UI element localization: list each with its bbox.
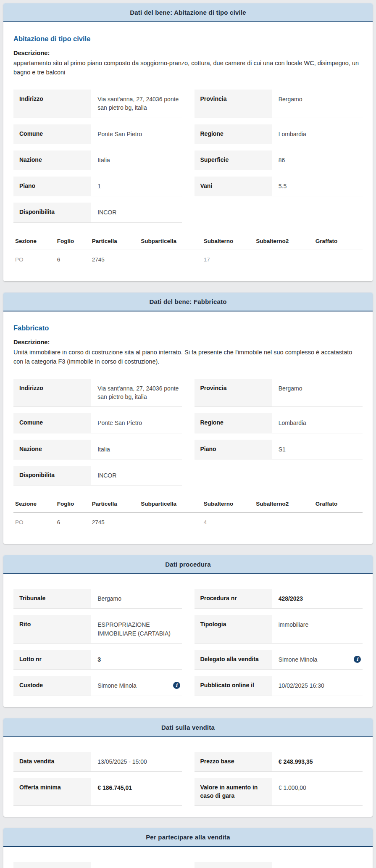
field-row: Valore in aumento in caso di gara€ 1.000… <box>195 778 363 806</box>
field-row: Piano1 <box>13 177 182 196</box>
section-card-vendita: Dati sulla vendita Data vendita13/05/202… <box>3 718 373 817</box>
table-cell <box>139 513 202 533</box>
field-row: CustodeSimone Minolai <box>13 676 182 696</box>
table-row: PO627454 <box>13 513 363 533</box>
fields-grid: IndirizzoVia sant'anna, 27, 24036 ponte … <box>13 372 363 485</box>
field-value: INCOR <box>91 466 181 485</box>
field-label: Comune <box>13 413 91 433</box>
field-value: Italia <box>91 150 181 170</box>
field-value: ESPROPRIAZIONE IMMOBILIARE (CARTABIA) <box>91 615 181 643</box>
field-label: Tipologia <box>195 615 272 643</box>
field-value: Bergamo <box>272 379 363 407</box>
section-card-bene-fabbricato: Dati del bene: Fabbricato Fabbricato Des… <box>3 293 373 544</box>
field-label: Vani <box>195 177 272 196</box>
table-header-cell: Subparticella <box>139 497 202 513</box>
table-cell: PO <box>13 513 55 533</box>
description-text: appartamento sito al primo piano compost… <box>13 58 363 77</box>
field-label: Disponibilita <box>13 203 91 222</box>
table-cell <box>314 513 363 533</box>
table-header-cell: Particella <box>90 497 139 513</box>
table-cell <box>314 250 363 270</box>
section-header: Dati sulla vendita <box>3 718 373 737</box>
section-header: Dati del bene: Abitazione di tipo civile <box>3 3 373 22</box>
table-cell: PO <box>13 250 55 270</box>
catasto-table: SezioneFoglioParticellaSubparticellaSuba… <box>13 235 363 270</box>
field-label: Rito <box>13 615 91 643</box>
field-label: Regione <box>195 124 272 144</box>
field-row: IndirizzoVia sant'anna, 27, 24036 ponte … <box>13 379 182 407</box>
field-label: Termine presentazione domanda <box>195 862 272 868</box>
field-value: Lombardia <box>272 124 363 144</box>
section-card-procedura: Dati procedura TribunaleBergamoProcedura… <box>3 555 373 707</box>
field-label: Nazione <box>13 440 91 459</box>
fields-grid: Tipo venditaSENZA INCANTOTermine present… <box>13 855 363 868</box>
field-label: Indirizzo <box>13 379 91 407</box>
field-label: Lotto nr <box>13 650 91 669</box>
fields-grid: Data vendita13/05/2025 - 15:00Prezzo bas… <box>13 746 363 806</box>
info-icon[interactable]: i <box>173 682 180 689</box>
field-value: INCOR <box>91 203 181 222</box>
table-header-cell: Subalterno2 <box>254 235 313 250</box>
field-value: Ponte San Pietro <box>91 124 181 144</box>
section-header: Dati procedura <box>3 555 373 574</box>
table-header-cell: Subalterno <box>202 235 255 250</box>
field-label: Superficie <box>195 150 272 170</box>
field-value: € 248.993,35 <box>272 752 363 771</box>
field-value: 13/05/2025 - 15:00 <box>91 752 181 771</box>
field-value: 10/02/2025 16:30 <box>272 676 363 695</box>
section-header: Dati del bene: Fabbricato <box>3 293 373 311</box>
section-card-partecipare: Per partecipare alla vendita Tipo vendit… <box>3 828 373 868</box>
field-label: Regione <box>195 413 272 433</box>
table-header-cell: Foglio <box>55 235 90 250</box>
field-value: 1 <box>91 177 181 196</box>
field-row: Termine presentazione domanda12/05/2025 … <box>195 862 363 868</box>
field-row: Procedura nr428/2023 <box>195 589 363 609</box>
field-row: Delegato alla venditaSimone Minolai <box>195 650 363 670</box>
table-header-cell: Graffato <box>314 497 363 513</box>
table-header-cell: Particella <box>90 235 139 250</box>
field-row: RegioneLombardia <box>195 413 363 433</box>
field-row: RitoESPROPRIAZIONE IMMOBILIARE (CARTABIA… <box>13 615 182 644</box>
field-value: 428/2023 <box>272 589 363 608</box>
field-row: PianoS1 <box>195 440 363 459</box>
field-value: SENZA INCANTO <box>91 862 181 868</box>
field-label: Pubblicato online il <box>195 676 272 695</box>
field-row: Vani5.5 <box>195 177 363 196</box>
field-label: Data vendita <box>13 752 91 771</box>
field-label: Disponibilita <box>13 466 91 485</box>
table-header-cell: Subparticella <box>139 235 202 250</box>
table-header-cell: Sezione <box>13 235 55 250</box>
field-label: Provincia <box>195 90 272 118</box>
table-header-cell: Graffato <box>314 235 363 250</box>
table-cell: 6 <box>55 250 90 270</box>
field-value: 12/05/2025 12:00 <box>272 862 363 868</box>
field-label: Piano <box>195 440 272 459</box>
table-cell <box>254 250 313 270</box>
field-label: Procedura nr <box>195 589 272 608</box>
field-value: Via sant'anna, 27, 24036 ponte san pietr… <box>91 90 181 118</box>
table-cell <box>254 513 313 533</box>
table-cell: 6 <box>55 513 90 533</box>
field-row: ComunePonte San Pietro <box>13 124 182 144</box>
field-row: Offerta minima€ 186.745,01 <box>13 778 182 806</box>
field-row: Tipologiaimmobiliare <box>195 615 363 644</box>
section-header: Per partecipare alla vendita <box>3 828 373 847</box>
field-label: Prezzo base <box>195 752 272 771</box>
fields-grid: TribunaleBergamoProcedura nr428/2023Rito… <box>13 583 363 696</box>
info-icon[interactable]: i <box>354 656 361 663</box>
bene-title-link[interactable]: Fabbricato <box>13 324 363 332</box>
field-value: 5.5 <box>272 177 363 196</box>
field-label: Piano <box>13 177 91 196</box>
field-value: Simone Minolai <box>272 650 363 669</box>
field-row: Pubblicato online il10/02/2025 16:30 <box>195 676 363 696</box>
field-row: ProvinciaBergamo <box>195 379 363 407</box>
description-label: Descrizione: <box>13 339 363 346</box>
field-label: Provincia <box>195 379 272 407</box>
bene-title-link[interactable]: Abitazione di tipo civile <box>13 35 363 43</box>
field-row: ComunePonte San Pietro <box>13 413 182 433</box>
field-value: 86 <box>272 150 363 170</box>
field-label: Offerta minima <box>13 778 91 805</box>
field-label: Indirizzo <box>13 90 91 118</box>
table-header-cell: Foglio <box>55 497 90 513</box>
description-text: Unità immobiliare in corso di costruzion… <box>13 348 363 367</box>
